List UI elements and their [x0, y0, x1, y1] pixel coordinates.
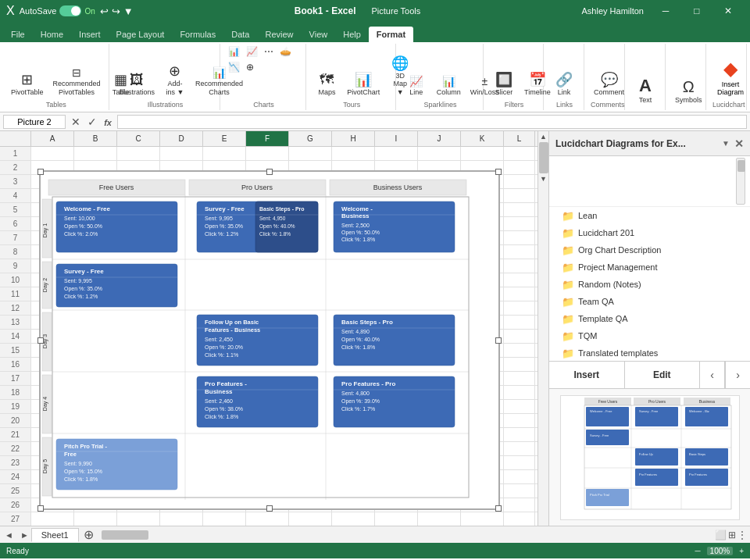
row-num-14[interactable]: 14 — [0, 330, 31, 344]
cell-1-8[interactable] — [375, 147, 418, 161]
chart-area[interactable]: Free Users Pro Users Business Users Day … — [39, 170, 500, 510]
cell-10-11[interactable] — [504, 273, 535, 287]
sheet-nav-right-button[interactable]: ► — [18, 530, 31, 540]
cell-2-11[interactable] — [504, 161, 535, 175]
tab-insert[interactable]: Insert — [71, 27, 109, 42]
col-header-a[interactable]: A — [31, 131, 74, 146]
cell-20-11[interactable] — [504, 414, 535, 428]
h-scroll-thumb[interactable] — [102, 530, 148, 540]
row-num-7[interactable]: 7 — [0, 231, 31, 245]
comment-button[interactable]: 💬 Comment — [591, 70, 627, 99]
cell-14-11[interactable] — [504, 330, 535, 344]
quick-access-dropdown-icon[interactable]: ▼ — [123, 5, 134, 17]
tab-home[interactable]: Home — [33, 27, 71, 42]
col-header-h[interactable]: H — [332, 131, 375, 146]
waterfall-chart-button[interactable]: 📉 — [227, 61, 241, 73]
row-num-1[interactable]: 1 — [0, 147, 31, 161]
cell-8-11[interactable] — [504, 245, 535, 259]
handle-bm[interactable] — [266, 505, 273, 512]
cell-21-11[interactable] — [504, 428, 535, 442]
cell-19-12[interactable] — [535, 400, 538, 414]
autosave-toggle[interactable] — [59, 5, 81, 16]
formula-input[interactable] — [117, 115, 747, 129]
cell-1-10[interactable] — [461, 147, 504, 161]
cell-27-11[interactable] — [504, 512, 535, 526]
column-sparkline-button[interactable]: 📊 Column — [434, 73, 464, 99]
cell-27-12[interactable] — [535, 512, 538, 526]
cell-27-0[interactable] — [31, 512, 74, 526]
tab-page-layout[interactable]: Page Layout — [109, 27, 173, 42]
cell-13-12[interactable] — [535, 316, 538, 330]
confirm-formula-button[interactable]: ✓ — [85, 116, 99, 128]
link-button[interactable]: 🔗 Link — [550, 70, 578, 99]
cell-17-11[interactable] — [504, 372, 535, 386]
cell-22-12[interactable] — [535, 442, 538, 456]
pivotchart-button[interactable]: 📊 PivotChart — [344, 70, 382, 99]
tab-help[interactable]: Help — [335, 27, 369, 42]
tree-item-tqm[interactable]: 📁 TQM — [549, 327, 750, 344]
row-num-24[interactable]: 24 — [0, 470, 31, 484]
cell-11-12[interactable] — [535, 287, 538, 301]
text-button[interactable]: A Text — [631, 75, 659, 107]
cell-4-12[interactable] — [535, 189, 538, 203]
cell-27-7[interactable] — [332, 512, 375, 526]
col-header-j[interactable]: J — [418, 131, 461, 146]
row-num-22[interactable]: 22 — [0, 442, 31, 456]
maximize-button[interactable]: □ — [681, 0, 712, 22]
row-num-2[interactable]: 2 — [0, 161, 31, 175]
cell-1-1[interactable] — [74, 147, 117, 161]
cell-18-12[interactable] — [535, 386, 538, 400]
cell-11-11[interactable] — [504, 287, 535, 301]
horizontal-scrollbar[interactable] — [98, 530, 715, 540]
tab-review[interactable]: Review — [257, 27, 301, 42]
tree-item-translated[interactable]: 📁 Translated templates — [549, 344, 750, 361]
row-num-18[interactable]: 18 — [0, 386, 31, 400]
cell-12-11[interactable] — [504, 301, 535, 316]
cell-15-12[interactable] — [535, 344, 538, 358]
cell-1-12[interactable] — [535, 147, 538, 161]
row-num-9[interactable]: 9 — [0, 259, 31, 273]
cell-1-0[interactable] — [31, 147, 74, 161]
cell-21-12[interactable] — [535, 428, 538, 442]
cell-16-12[interactable] — [535, 358, 538, 372]
normal-view-button[interactable]: ⬜ — [715, 530, 727, 540]
cell-17-12[interactable] — [535, 372, 538, 386]
tree-scroll-thumb[interactable] — [738, 160, 745, 172]
cell-3-12[interactable] — [535, 175, 538, 189]
line-chart-button[interactable]: 📈 — [245, 45, 259, 58]
row-num-21[interactable]: 21 — [0, 428, 31, 442]
tree-item-org-chart[interactable]: 📁 Org Chart Description — [549, 241, 750, 259]
insert-button[interactable]: Insert — [549, 361, 625, 389]
cell-1-6[interactable] — [289, 147, 332, 161]
sheet-tab-sheet1[interactable]: Sheet1 — [31, 528, 79, 542]
cell-27-5[interactable] — [246, 512, 289, 526]
cell-25-12[interactable] — [535, 484, 538, 498]
tree-item-lean[interactable]: 📁 Lean — [549, 207, 750, 224]
cell-1-7[interactable] — [332, 147, 375, 161]
row-num-10[interactable]: 10 — [0, 273, 31, 287]
row-num-4[interactable]: 4 — [0, 189, 31, 203]
cell-1-11[interactable] — [504, 147, 535, 161]
row-num-8[interactable]: 8 — [0, 245, 31, 259]
tab-file[interactable]: File — [3, 27, 33, 42]
tree-item-random-notes[interactable]: 📁 Random (Notes) — [549, 276, 750, 293]
cell-22-11[interactable] — [504, 442, 535, 456]
cancel-formula-button[interactable]: ✕ — [69, 116, 83, 128]
page-break-view-button[interactable]: ⋮ — [738, 530, 747, 540]
handle-ml[interactable] — [38, 337, 44, 344]
col-header-e[interactable]: E — [203, 131, 246, 146]
cell-5-12[interactable] — [535, 203, 538, 217]
scroll-up-button[interactable]: ▲ — [540, 133, 547, 141]
col-header-c[interactable]: C — [117, 131, 160, 146]
row-num-16[interactable]: 16 — [0, 358, 31, 372]
cell-24-12[interactable] — [535, 470, 538, 484]
pie-chart-button[interactable]: 🥧 — [278, 45, 293, 58]
cell-9-11[interactable] — [504, 259, 535, 273]
col-header-d[interactable]: D — [160, 131, 203, 146]
insert-function-button[interactable]: fx — [102, 118, 114, 127]
col-header-g[interactable]: G — [289, 131, 332, 146]
cell-1-3[interactable] — [160, 147, 203, 161]
cell-27-6[interactable] — [289, 512, 332, 526]
cell-14-12[interactable] — [535, 330, 538, 344]
row-num-3[interactable]: 3 — [0, 175, 31, 189]
